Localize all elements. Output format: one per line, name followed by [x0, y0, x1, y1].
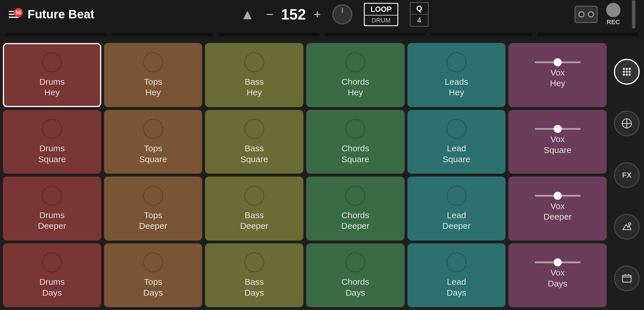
header: 56 Future Beat ▲ − 152 + LOOP DRUM Q 4 R…	[0, 0, 644, 29]
cell-label-8: Bass Square	[240, 143, 268, 164]
metronome-icon[interactable]: ▲	[240, 6, 255, 23]
grid-cell-5[interactable]: Vox Hey	[508, 43, 607, 107]
cell-label-17: Vox Deeper	[543, 201, 571, 222]
svg-point-6	[623, 73, 625, 76]
cell-circle-20	[244, 252, 264, 272]
grid-cell-0[interactable]: Drums Hey	[3, 43, 101, 107]
svg-point-2	[629, 68, 631, 70]
menu-button[interactable]: 56	[9, 11, 19, 18]
cell-circle-16	[446, 186, 467, 206]
header-right: REC	[575, 3, 620, 26]
grid-cell-6[interactable]: Drums Square	[3, 110, 101, 174]
cell-label-13: Tops Deeper	[139, 210, 167, 231]
svg-point-1	[626, 68, 628, 70]
grid-button[interactable]	[614, 59, 640, 85]
grid-container: Drums HeyTops HeyBass HeyChords HeyLeads…	[0, 40, 644, 310]
svg-point-8	[629, 73, 631, 76]
track-bar-5	[431, 33, 532, 36]
cell-label-3: Chords Hey	[341, 76, 369, 98]
grid-cell-21[interactable]: Chords Days	[306, 243, 405, 307]
grid-cell-11[interactable]: Vox Square	[508, 110, 607, 174]
tempo-increase-button[interactable]: +	[313, 7, 321, 22]
cassette-icon[interactable]	[575, 6, 598, 23]
cell-label-20: Bass Days	[244, 276, 264, 298]
cell-label-23: Vox Days	[548, 267, 567, 289]
tempo-controls: − 152 +	[266, 6, 321, 23]
app-title: Future Beat	[28, 7, 94, 21]
cell-label-21: Chords Days	[341, 276, 369, 298]
cell-label-14: Bass Deeper	[240, 210, 268, 231]
grid-cell-18[interactable]: Drums Days	[3, 243, 101, 307]
grid-cell-17[interactable]: Vox Deeper	[508, 177, 607, 241]
grid-cell-3[interactable]: Chords Hey	[306, 43, 405, 107]
q-value: 4	[411, 15, 428, 26]
cell-circle-19	[143, 252, 163, 272]
edit-button[interactable]	[614, 214, 640, 240]
rec-label: REC	[607, 18, 620, 26]
cell-label-22: Lead Days	[447, 276, 466, 298]
cell-circle-2	[244, 52, 264, 72]
cell-circle-8	[244, 119, 264, 139]
drum-label: DRUM	[365, 16, 397, 25]
cell-label-19: Tops Days	[143, 276, 163, 298]
cell-label-18: Drums Days	[39, 276, 65, 298]
tempo-decrease-button[interactable]: −	[266, 7, 274, 22]
grid-cell-1[interactable]: Tops Hey	[104, 43, 202, 107]
vox-slider-thumb	[554, 58, 562, 66]
cell-label-10: Lead Square	[443, 143, 471, 164]
tempo-value: 152	[279, 6, 308, 23]
grid-cell-13[interactable]: Tops Deeper	[104, 177, 202, 241]
cell-label-15: Chords Deeper	[341, 210, 369, 231]
vox-slider-thumb	[554, 192, 562, 200]
grid-cell-10[interactable]: Lead Square	[407, 110, 506, 174]
vox-slider-thumb	[554, 258, 562, 266]
cell-label-2: Bass Hey	[245, 76, 264, 98]
master-knob[interactable]	[332, 4, 352, 24]
track-bar-1	[6, 33, 106, 36]
vox-slider-track	[535, 195, 581, 197]
loop-controls[interactable]: LOOP DRUM	[364, 3, 398, 26]
cell-circle-14	[244, 186, 264, 206]
cell-label-12: Drums Deeper	[38, 210, 66, 231]
cassette-reel-left	[578, 11, 585, 18]
folder-button[interactable]	[614, 266, 640, 291]
rec-button[interactable]: REC	[606, 3, 620, 26]
grid-cell-7[interactable]: Tops Square	[104, 110, 202, 174]
cassette-reel-right	[588, 11, 594, 18]
vox-slider-thumb	[554, 125, 562, 133]
svg-point-4	[626, 71, 628, 73]
header-scrollbar	[632, 0, 635, 29]
track-bar-4	[325, 33, 426, 36]
q-label: Q	[411, 3, 428, 15]
cell-circle-3	[345, 52, 365, 72]
grid-cell-19[interactable]: Tops Days	[104, 243, 202, 307]
cell-label-7: Tops Square	[139, 143, 167, 164]
cell-circle-13	[143, 186, 163, 206]
cell-circle-15	[345, 186, 365, 206]
rec-circle	[606, 3, 620, 17]
header-left: 56 Future Beat	[9, 7, 94, 21]
cell-circle-0	[42, 52, 62, 72]
grid-cell-20[interactable]: Bass Days	[205, 243, 303, 307]
eq-button[interactable]	[614, 111, 640, 136]
grid-cell-2[interactable]: Bass Hey	[205, 43, 303, 107]
q-controls[interactable]: Q 4	[410, 2, 429, 27]
grid-cell-15[interactable]: Chords Deeper	[306, 177, 405, 241]
fx-button[interactable]: FX	[614, 162, 640, 188]
cell-circle-22	[446, 252, 467, 272]
cell-label-5: Vox Hey	[550, 67, 565, 89]
track-bar-3	[218, 33, 319, 36]
grid-cell-14[interactable]: Bass Deeper	[205, 177, 303, 241]
grid-cell-9[interactable]: Chords Square	[306, 110, 405, 174]
track-bar-6	[538, 33, 638, 36]
cell-circle-7	[143, 119, 163, 139]
grid-cell-8[interactable]: Bass Square	[205, 110, 303, 174]
grid-cell-22[interactable]: Lead Days	[407, 243, 506, 307]
cell-circle-6	[42, 119, 62, 139]
grid-cell-4[interactable]: Leads Hey	[407, 43, 506, 107]
track-bar-2	[112, 33, 213, 36]
grid-cell-12[interactable]: Drums Deeper	[3, 177, 101, 241]
grid-cell-23[interactable]: Vox Days	[508, 243, 607, 307]
grid-cell-16[interactable]: Lead Deeper	[407, 177, 506, 241]
svg-point-5	[629, 71, 631, 73]
